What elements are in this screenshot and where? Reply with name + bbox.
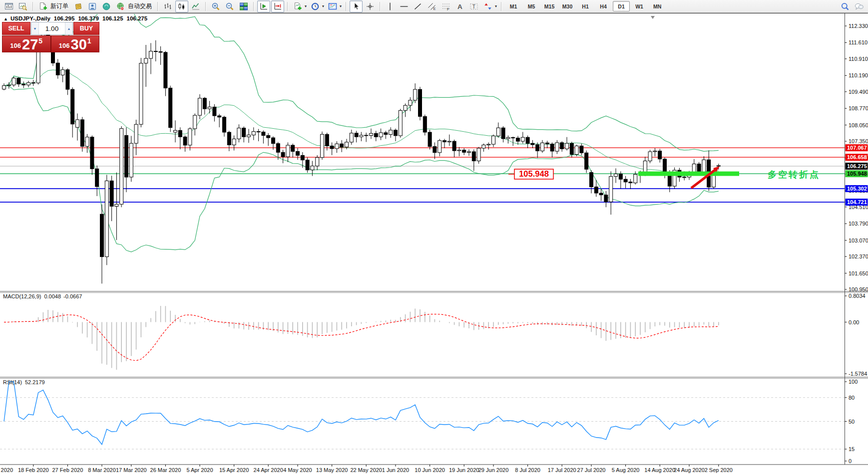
buy-price-point: 1 (87, 37, 91, 45)
auto-scroll-button[interactable] (257, 0, 270, 12)
autotrading-icon (116, 2, 125, 11)
svg-text:10 Jun 2020: 10 Jun 2020 (415, 467, 445, 473)
autotrading-label[interactable]: 自动交易 (128, 2, 152, 10)
line-chart-button[interactable] (189, 0, 202, 12)
data-window-icon (88, 2, 97, 11)
chart-shift-button[interactable] (271, 0, 284, 12)
svg-text:110.910: 110.910 (849, 56, 868, 62)
trendline-icon (414, 2, 423, 11)
new-chart-icon (4, 2, 13, 11)
svg-text:9 Feb 2020: 9 Feb 2020 (0, 467, 13, 473)
svg-text:27 Jul 2020: 27 Jul 2020 (577, 467, 606, 473)
green-zone-segment[interactable] (638, 172, 739, 176)
data-window-button[interactable] (86, 0, 99, 12)
channel-button[interactable]: E (426, 0, 438, 12)
strategy-tester-icon (102, 2, 111, 11)
svg-text:103.790: 103.790 (849, 221, 868, 227)
sell-button[interactable]: SELL (2, 22, 30, 35)
timeframe-button-m30[interactable]: M30 (559, 1, 576, 11)
autotrading-button[interactable] (114, 0, 127, 12)
svg-text:17 Jul 2020: 17 Jul 2020 (548, 467, 576, 473)
arrows-button[interactable] (481, 0, 494, 12)
buy-price-pips: 30 (71, 38, 87, 51)
svg-text:107.350: 107.350 (849, 138, 868, 144)
buy-button[interactable]: BUY (73, 22, 99, 35)
cn-annotation-text[interactable]: 多空转折点 (768, 170, 820, 180)
svg-text:19 Jun 2020: 19 Jun 2020 (449, 467, 479, 473)
svg-text:22 May 2020: 22 May 2020 (350, 467, 382, 473)
indicators-dropdown-caret[interactable]: ▾ (305, 4, 307, 8)
toolbar-separator (380, 2, 381, 11)
arrows-icon (483, 2, 492, 11)
vertical-line-button[interactable] (384, 0, 397, 12)
periods-dropdown-caret[interactable]: ▾ (322, 4, 324, 8)
auto-scroll-icon (259, 2, 268, 11)
templates-button[interactable] (326, 0, 339, 12)
timeframe-button-m1[interactable]: M1 (505, 1, 522, 11)
horizontal-line-button[interactable] (398, 0, 411, 12)
volume-decrease-button[interactable]: ▼ (31, 22, 39, 34)
bar-chart-button[interactable] (161, 0, 174, 12)
svg-text:24 Aug 2020: 24 Aug 2020 (674, 467, 705, 473)
svg-text:8 Mar 2020: 8 Mar 2020 (88, 467, 116, 473)
svg-text:112.330: 112.330 (849, 23, 868, 29)
cursor-button[interactable] (350, 0, 363, 12)
crosshair-button[interactable] (364, 0, 377, 12)
timeframe-button-h4[interactable]: H4 (595, 1, 612, 11)
market-watch-button[interactable] (72, 0, 85, 12)
svg-text:106.275: 106.275 (847, 163, 867, 169)
strategy-tester-button[interactable] (100, 0, 113, 12)
svg-text:17 Mar 2020: 17 Mar 2020 (116, 467, 147, 473)
crosshair-icon (366, 2, 375, 11)
text-label-button[interactable]: T (467, 0, 480, 12)
text-icon: A (455, 2, 464, 11)
collapse-trade-panel-icon[interactable]: ▲ (3, 16, 8, 21)
svg-text:108.050: 108.050 (849, 122, 868, 128)
chart-profile-button[interactable] (16, 0, 29, 12)
templates-dropdown-caret[interactable]: ▾ (340, 4, 342, 8)
line-chart-icon (191, 2, 200, 11)
timeframe-button-h1[interactable]: H1 (577, 1, 594, 11)
text-label-icon: T (469, 2, 478, 11)
trendline-button[interactable] (412, 0, 425, 12)
svg-text:108.770: 108.770 (849, 105, 868, 111)
candlestick-button[interactable] (175, 0, 188, 12)
arrows-dropdown-caret[interactable]: ▾ (495, 4, 497, 8)
svg-text:15 Apr 2020: 15 Apr 2020 (219, 467, 249, 473)
chat-button[interactable] (853, 0, 866, 12)
timeframe-button-m15[interactable]: M15 (541, 1, 558, 11)
volume-stepper: ▼ ▲ (31, 22, 73, 35)
svg-text:109.490: 109.490 (849, 89, 868, 95)
svg-text:105.948: 105.948 (847, 171, 867, 177)
chart-background (0, 13, 868, 474)
new-chart-button[interactable] (2, 0, 15, 12)
new-order-button[interactable] (36, 0, 49, 12)
svg-text:-1.5784: -1.5784 (849, 371, 867, 377)
fibonacci-button[interactable]: F (439, 0, 452, 12)
volume-input[interactable] (39, 22, 65, 34)
timeframe-button-m5[interactable]: M5 (523, 1, 540, 11)
periods-button[interactable] (309, 0, 322, 12)
svg-text:101.650: 101.650 (849, 270, 868, 276)
ohlc-close: 106.275 (127, 15, 148, 21)
chart-window[interactable]: 105.948多空转折点112.330111.610110.910110.190… (0, 13, 868, 474)
tile-windows-button[interactable] (237, 0, 250, 12)
indicators-button[interactable] (291, 0, 304, 12)
horizontal-line-icon (400, 2, 409, 11)
svg-text:E: E (434, 6, 436, 10)
new-order-label[interactable]: 新订单 (50, 2, 68, 10)
zoom-out-button[interactable] (223, 0, 236, 12)
main-chart-area[interactable]: 105.948多空转折点112.330111.610110.910110.190… (0, 13, 868, 474)
timeframe-button-w1[interactable]: W1 (631, 1, 648, 11)
macd-signal-value: -0.0667 (63, 293, 82, 299)
sell-price[interactable]: 106 27 5 (2, 35, 51, 52)
svg-text:105.302: 105.302 (847, 186, 867, 192)
text-button[interactable]: A (453, 0, 466, 12)
timeframe-button-mn[interactable]: MN (649, 1, 666, 11)
timeframe-button-d1[interactable]: D1 (613, 1, 630, 11)
zoom-in-button[interactable] (209, 0, 222, 12)
volume-increase-button[interactable]: ▲ (65, 22, 72, 34)
buy-price[interactable]: 106 30 1 (51, 35, 100, 52)
search-button[interactable] (839, 0, 852, 12)
macd-name: MACD(12,26,9) (3, 293, 41, 299)
